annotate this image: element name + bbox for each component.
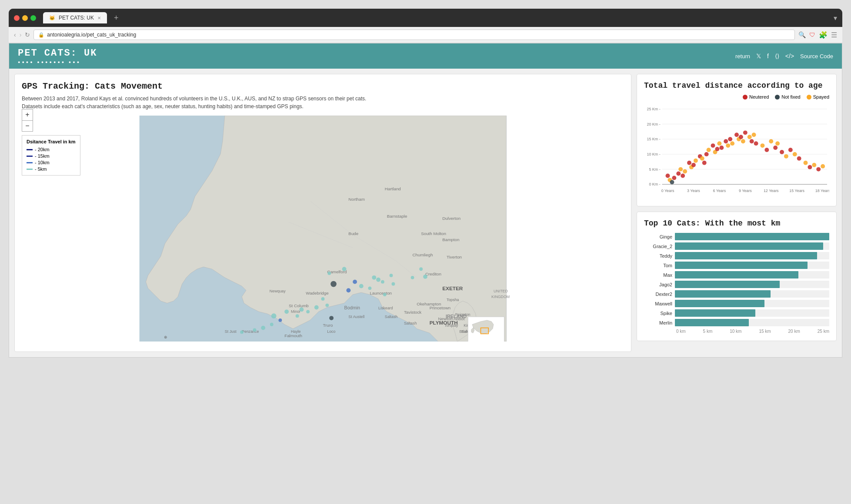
svg-text:10 Km -: 10 Km - [647, 152, 660, 156]
svg-text:12 Years: 12 Years [764, 189, 779, 193]
bar-track [675, 252, 829, 259]
bar-row: Gracie_2 [644, 242, 829, 250]
svg-text:Hartland: Hartland [385, 186, 401, 191]
svg-text:Bude: Bude [348, 231, 358, 236]
svg-point-70 [391, 282, 395, 286]
bar-fill [675, 233, 829, 240]
nav-reload-button[interactable]: ↻ [25, 31, 30, 38]
address-bar[interactable]: 🔒 antonioalegria.io/pet_cats_uk_tracking [33, 30, 795, 40]
x-label-20: 20 km [788, 329, 800, 334]
bar-fill [675, 271, 798, 279]
svg-point-44 [353, 280, 357, 284]
svg-point-56 [300, 308, 304, 312]
svg-point-101 [681, 174, 685, 178]
x-label-5: 5 km [703, 329, 713, 334]
svg-point-112 [711, 144, 715, 148]
svg-text:Barnstaple: Barnstaple [387, 214, 407, 219]
bar-row: Jago2 [644, 281, 829, 288]
zoom-controls: + − [22, 109, 33, 132]
code-icon[interactable]: </> [785, 53, 794, 60]
menu-icon[interactable]: ☰ [831, 31, 837, 39]
bar-chart-panel: Top 10 Cats: With the most km GingeGraci… [637, 212, 837, 341]
facebook-icon[interactable]: f [767, 53, 769, 60]
svg-point-110 [704, 152, 709, 156]
source-code-link[interactable]: Source Code [800, 53, 833, 60]
svg-text:Minor: Minor [291, 310, 300, 314]
legend-color-10km [27, 162, 33, 163]
extensions-icon: 🧩 [819, 31, 828, 39]
legend-color-15km [27, 156, 33, 157]
svg-text:0 Km -: 0 Km - [649, 182, 660, 187]
x-label-25: 25 km [818, 329, 829, 334]
browser-tab[interactable]: 🐱 PET CATS: UK ✕ [43, 12, 107, 23]
svg-point-102 [683, 169, 687, 174]
svg-text:0 Years: 0 Years [661, 189, 674, 193]
svg-point-108 [700, 156, 704, 161]
svg-point-50 [419, 268, 423, 271]
bar-label: Merlin [644, 320, 672, 325]
map-area: IRELAND UNITED KINGDOM Barnstaple Northa… [22, 116, 624, 342]
nav-forward-button[interactable]: › [20, 31, 22, 38]
minimize-window-btn[interactable] [22, 15, 28, 21]
legend-item-5km: - 5km [27, 166, 76, 172]
bar-track [675, 242, 829, 250]
map-legend: Dsitance Travel in km - 20km - 15km - 10… [22, 135, 80, 176]
not-fixed-dot [775, 95, 780, 99]
x-label-15: 15 km [759, 329, 771, 334]
svg-point-114 [715, 147, 719, 151]
legend-title: Dsitance Travel in km [27, 139, 76, 144]
svg-text:Northam: Northam [348, 197, 365, 202]
svg-text:EXETER: EXETER [442, 286, 463, 292]
svg-point-61 [270, 323, 274, 326]
bar-row: Tom [644, 262, 829, 269]
svg-text:KINGDOM: KINGDOM [491, 295, 510, 299]
new-tab-button[interactable]: + [110, 13, 122, 23]
svg-point-65 [329, 316, 334, 321]
zoom-in-button[interactable]: + [22, 109, 33, 120]
svg-point-137 [788, 148, 793, 152]
svg-point-52 [342, 267, 347, 272]
return-link[interactable]: return [735, 53, 750, 60]
svg-point-111 [707, 148, 711, 152]
svg-text:⊕: ⊕ [164, 335, 167, 340]
svg-text:Paignton: Paignton [455, 313, 471, 317]
tab-favicon: 🐱 [49, 15, 55, 21]
maximize-window-btn[interactable] [30, 15, 36, 21]
svg-text:3 Years: 3 Years [687, 189, 700, 193]
tab-close-icon[interactable]: ✕ [97, 16, 101, 20]
svg-point-64 [325, 304, 329, 307]
legend-label-5km: - 5km [35, 166, 47, 172]
svg-point-142 [812, 163, 816, 167]
svg-point-115 [717, 142, 721, 146]
share-icon[interactable]: ⟨⟩ [775, 53, 779, 60]
svg-point-125 [743, 131, 748, 135]
window-collapse-btn[interactable]: ▾ [834, 14, 837, 22]
bar-chart-title: Top 10 Cats: With the most km [644, 219, 829, 228]
close-window-btn[interactable] [14, 15, 20, 21]
neutered-dot [743, 95, 748, 99]
nav-back-button[interactable]: ‹ [14, 31, 16, 38]
x-label-0: 0 km [676, 329, 686, 334]
twitter-icon[interactable]: 𝕏 [756, 53, 761, 60]
site-logo-area: PET CATS: UK ●●●● ●●●●●●● ●●● [18, 48, 97, 64]
svg-point-54 [321, 297, 325, 301]
bar-track [675, 281, 829, 288]
bar-chart-rows: GingeGracie_2TeddyTomMaxJago2Dexter2Maxw… [644, 233, 829, 326]
bar-fill [675, 252, 817, 259]
scatter-legend: Neutered Not fixed Spayed [644, 94, 829, 99]
bar-fill [675, 309, 755, 317]
svg-point-68 [376, 278, 380, 282]
zoom-out-button[interactable]: − [22, 120, 33, 132]
svg-text:Liskeard: Liskeard [378, 306, 393, 311]
svg-text:15 Km -: 15 Km - [647, 137, 660, 142]
svg-text:Chumliegh: Chumliegh [413, 252, 433, 257]
scatter-chart-title: Total travel distance according to age [644, 81, 829, 90]
svg-point-136 [784, 154, 788, 159]
svg-text:Saltash: Saltash [404, 321, 417, 325]
svg-point-140 [804, 161, 808, 165]
bar-label: Dexter2 [644, 292, 672, 297]
legend-spayed: Spayed [807, 94, 829, 99]
svg-text:Wadebridge: Wadebridge [306, 291, 329, 295]
svg-point-132 [769, 139, 773, 144]
svg-point-71 [411, 276, 414, 279]
